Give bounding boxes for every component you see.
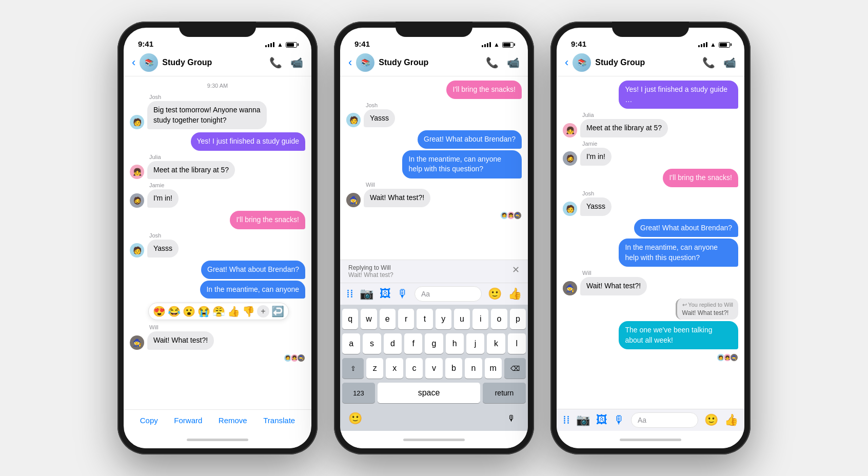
group-name-2: Study Group xyxy=(379,58,486,67)
phone-call-icon-1[interactable]: 📞 xyxy=(269,56,282,69)
reaction-angry-icon[interactable]: 😤 xyxy=(212,305,225,318)
reaction-laugh-icon[interactable]: 😂 xyxy=(168,305,181,318)
sent-purple-content-1: Yes! I just finished a study guide xyxy=(191,132,306,151)
reaction-wow-icon[interactable]: 😮 xyxy=(183,305,195,318)
thumbsup-icon-2[interactable]: 👍 xyxy=(508,287,522,301)
josh-yasss-content-1: Josh Yasss xyxy=(147,232,179,258)
julia-avatar-1: 👧 xyxy=(130,165,144,179)
key-l[interactable]: l xyxy=(508,333,526,354)
key-delete[interactable]: ⌫ xyxy=(504,358,526,379)
battery-icon-3 xyxy=(719,42,730,48)
key-y[interactable]: y xyxy=(436,309,451,329)
video-call-icon-3[interactable]: 📹 xyxy=(723,56,736,69)
back-button-1[interactable]: ‹ xyxy=(132,56,135,69)
message-input-3[interactable]: Aa xyxy=(631,412,698,428)
copy-button[interactable]: Copy xyxy=(140,416,158,425)
keyboard-mic-icon[interactable]: 🎙 xyxy=(503,410,520,427)
thumbsup-icon-3[interactable]: 👍 xyxy=(724,413,738,427)
jamie-row-1: 🧔 Jamie I'm in! xyxy=(130,182,305,208)
key-u[interactable]: u xyxy=(454,309,470,329)
messages-area-2: I'll bring the snacks! 🧑 Josh Yasss xyxy=(340,76,528,260)
remove-button[interactable]: Remove xyxy=(219,416,247,425)
phone-call-icon-3[interactable]: 📞 xyxy=(702,56,715,69)
reply-quote-3: ↩ You replied to Will Wait! What test?! xyxy=(676,299,739,320)
key-n[interactable]: n xyxy=(465,358,482,379)
key-s[interactable]: s xyxy=(363,333,381,354)
forward-button[interactable]: Forward xyxy=(174,416,202,425)
key-h[interactable]: h xyxy=(446,333,464,354)
apps-icon-2[interactable]: ⁞⁞ xyxy=(346,287,353,301)
will-avatar-1: 🧙 xyxy=(130,335,144,350)
video-call-icon-2[interactable]: 📹 xyxy=(507,56,520,69)
key-k[interactable]: k xyxy=(487,333,505,354)
reaction-reply-icon[interactable]: ↩️ xyxy=(271,305,284,318)
key-j[interactable]: j xyxy=(466,333,484,354)
key-space[interactable]: space xyxy=(378,383,480,403)
key-x[interactable]: x xyxy=(386,358,403,379)
receipt-avatar-3: 🧙 xyxy=(297,354,305,362)
key-z[interactable]: z xyxy=(366,358,383,379)
key-r[interactable]: r xyxy=(398,309,414,329)
message-input-2[interactable]: Aa xyxy=(415,286,482,302)
key-v[interactable]: v xyxy=(425,358,442,379)
sent-blue-bubble-3: Great! What about Brendan? xyxy=(418,130,522,149)
camera-icon-3[interactable]: 📷 xyxy=(576,413,590,427)
sent-pink-row-3: I'll bring the snacks! xyxy=(563,169,738,187)
key-i[interactable]: i xyxy=(472,309,488,329)
key-o[interactable]: o xyxy=(491,309,507,329)
home-bar-2 xyxy=(340,431,528,448)
key-q[interactable]: q xyxy=(342,309,358,329)
sent-blue-content-2: Great! What about Brendan? In the meanti… xyxy=(402,130,522,179)
reaction-thumbsup-icon[interactable]: 👍 xyxy=(227,305,240,318)
josh-row-3: 🧑 Josh Yasss xyxy=(563,190,738,216)
apps-icon-3[interactable]: ⁞⁞ xyxy=(563,413,570,427)
key-m[interactable]: m xyxy=(485,358,502,379)
mic-icon-3[interactable]: 🎙 xyxy=(614,413,625,427)
key-f[interactable]: f xyxy=(404,333,422,354)
close-reply-button[interactable]: ✕ xyxy=(512,264,520,275)
photo-icon-3[interactable]: 🖼 xyxy=(596,413,607,427)
key-c[interactable]: c xyxy=(406,358,423,379)
key-t[interactable]: t xyxy=(417,309,432,329)
key-e[interactable]: e xyxy=(380,309,396,329)
will-name-3: Will xyxy=(582,270,647,276)
reaction-cry-icon[interactable]: 😭 xyxy=(198,305,210,318)
keyboard-row-4: 123 space return xyxy=(342,383,526,403)
reaction-love-icon[interactable]: 😍 xyxy=(153,305,166,318)
emoji-icon-3[interactable]: 🙂 xyxy=(704,413,718,427)
key-numbers[interactable]: 123 xyxy=(342,383,375,403)
photo-icon-2[interactable]: 🖼 xyxy=(380,287,391,301)
josh-name-3: Josh xyxy=(366,102,395,108)
julia-row-1: 👧 Julia Meet at the library at 5? xyxy=(130,154,305,180)
sent-blue-content-1: Great! What about Brendan? In the meanti… xyxy=(200,261,305,299)
key-shift[interactable]: ⇧ xyxy=(342,358,364,379)
back-button-2[interactable]: ‹ xyxy=(348,56,352,69)
will-avatar-img-1: 🧙 xyxy=(130,335,144,350)
key-p[interactable]: p xyxy=(510,309,526,329)
message-row-josh-1: 🧑 Josh Big test tomorrow! Anyone wanna s… xyxy=(130,94,305,129)
jamie-bubble-3: I'm in! xyxy=(580,148,611,166)
key-b[interactable]: b xyxy=(445,358,462,379)
julia-avatar-img-1: 👧 xyxy=(130,165,144,179)
mic-icon-2[interactable]: 🎙 xyxy=(397,287,408,301)
reaction-thumbsdown-icon[interactable]: 👎 xyxy=(242,305,255,318)
key-return[interactable]: return xyxy=(483,383,526,403)
sent-pink-row-1: I'll bring the snacks! xyxy=(130,211,305,229)
back-button-3[interactable]: ‹ xyxy=(565,56,568,69)
group-avatar-2: 📚 xyxy=(356,53,374,72)
emoji-icon-2[interactable]: 🙂 xyxy=(488,287,502,301)
key-d[interactable]: d xyxy=(384,333,402,354)
message-input-placeholder-2: Aa xyxy=(421,290,430,298)
camera-icon-2[interactable]: 📷 xyxy=(360,287,373,301)
translate-button[interactable]: Translate xyxy=(263,416,295,425)
phone-call-icon-2[interactable]: 📞 xyxy=(486,56,499,69)
key-g[interactable]: g xyxy=(425,333,443,354)
reaction-plus-button[interactable]: + xyxy=(257,305,269,318)
keyboard-row-3: ⇧ z x c v b n m ⌫ xyxy=(342,358,526,379)
emoji-keyboard-icon[interactable]: 🙂 xyxy=(348,412,362,425)
julia-bubble-1: Meet at the library at 5? xyxy=(147,161,235,180)
josh-row-2: 🧑 Josh Yasss xyxy=(346,102,522,128)
video-call-icon-1[interactable]: 📹 xyxy=(290,56,303,69)
key-w[interactable]: w xyxy=(361,309,377,329)
key-a[interactable]: a xyxy=(342,333,360,354)
